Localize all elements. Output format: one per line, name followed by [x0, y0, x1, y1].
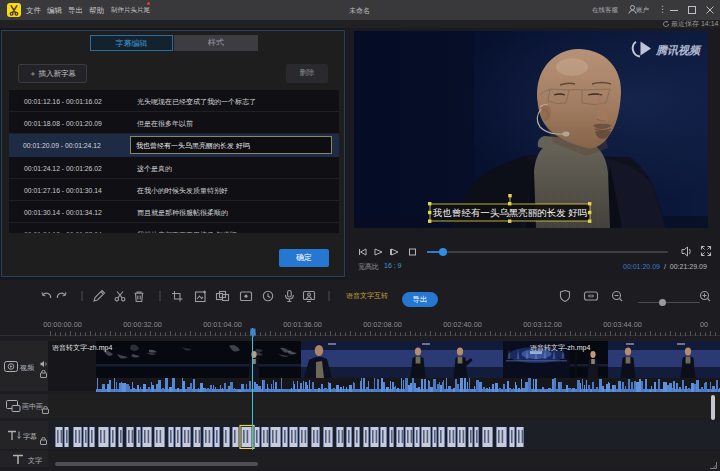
svg-text:00:01:36.00: 00:01:36.00	[283, 320, 322, 329]
svg-text:00:01:04.00: 00:01:04.00	[203, 320, 242, 329]
svg-text:00:02:08.00: 00:02:08.00	[363, 320, 402, 329]
svg-text:我也曾经有一头乌黑亮丽的长发 好吗: 我也曾经有一头乌黑亮丽的长发 好吗	[432, 207, 588, 218]
svg-text:腾讯视频: 腾讯视频	[655, 44, 702, 56]
svg-text:00:02:40.00: 00:02:40.00	[443, 320, 482, 329]
svg-text:00:00:00.00: 00:00:00.00	[43, 320, 82, 329]
svg-text:00:00:32.00: 00:00:32.00	[123, 320, 162, 329]
svg-text:00: 00	[700, 320, 708, 329]
svg-text:00:03:44.00: 00:03:44.00	[603, 320, 642, 329]
svg-text:00:03:12.00: 00:03:12.00	[523, 320, 562, 329]
